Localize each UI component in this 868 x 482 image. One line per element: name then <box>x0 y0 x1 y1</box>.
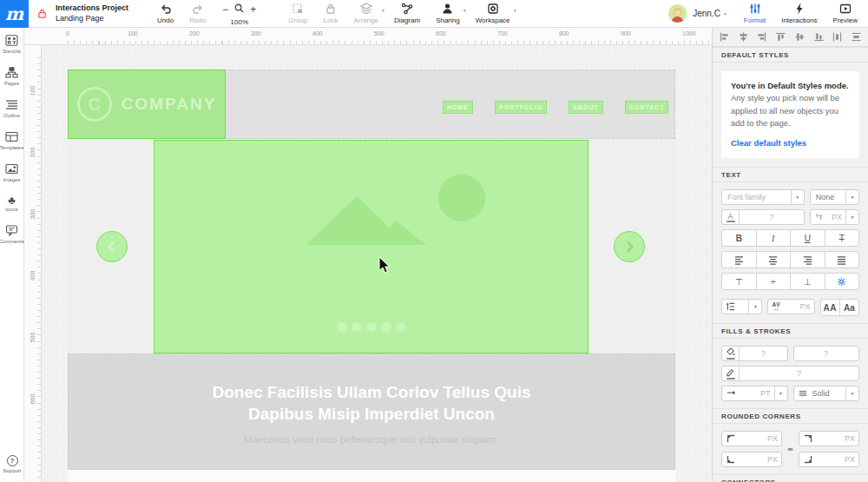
section-fills-strokes: FILLS & STROKES <box>713 323 868 339</box>
carousel-dot[interactable] <box>352 322 361 332</box>
carousel-prev-button[interactable] <box>96 231 128 262</box>
design-canvas[interactable]: C COMPANY HOMEPORTFOLIOABOUTCONTACT Done… <box>42 45 712 482</box>
fill-opacity-input[interactable]: ? <box>793 346 860 361</box>
letter-spacing-input[interactable]: AV ↔ PX <box>767 299 814 314</box>
corner-top-left-input[interactable]: PX <box>721 431 782 446</box>
group-button[interactable]: Group <box>280 3 315 24</box>
corner-top-right-input[interactable]: PX <box>799 431 859 446</box>
align-left-icon[interactable] <box>720 32 729 42</box>
ruler-label: 100 <box>24 88 41 149</box>
interactions-button[interactable]: Interactions <box>773 3 825 24</box>
alignment-toolbar <box>713 28 868 47</box>
format-button[interactable]: Format <box>736 3 773 24</box>
font-size-input[interactable]: ᵀT PX ▼ <box>810 209 859 225</box>
ruler-label: 0 <box>66 28 128 36</box>
section-default-styles: DEFAULT STYLES <box>713 47 868 63</box>
carousel-dot[interactable] <box>381 322 391 332</box>
page-title: Landing Page <box>56 14 149 23</box>
corner-top-left-icon <box>722 432 740 446</box>
italic-button[interactable]: I <box>756 229 792 247</box>
zoom-out-button[interactable]: − <box>222 5 228 14</box>
sidebar-item-templates[interactable]: Templates <box>0 124 23 156</box>
sidebar-item-icons[interactable]: ♣ Icons <box>0 188 23 218</box>
section-rounded-corners: ROUNDED CORNERS <box>713 408 868 424</box>
justify-text-button[interactable] <box>825 251 860 268</box>
capitalize-button[interactable]: Aa <box>839 299 859 316</box>
link-corners-icon[interactable]: ∞ <box>785 445 796 453</box>
nav-item[interactable]: CONTACT <box>625 101 669 114</box>
line-style-icon <box>794 386 812 400</box>
redo-button[interactable]: Redo <box>181 3 214 24</box>
align-center-horizontal-icon[interactable] <box>739 32 748 42</box>
text-settings-button[interactable] <box>825 273 860 290</box>
sidebar-item-comments[interactable]: Comments <box>0 218 23 250</box>
vertical-align-top-button[interactable]: ⊤ <box>721 273 757 290</box>
sidebar-item-pages[interactable]: Pages <box>0 60 23 92</box>
sidebar-item-outline[interactable]: Outline <box>0 92 23 124</box>
wireframe-logo-block[interactable]: C COMPANY <box>68 69 226 139</box>
chevron-down-icon: ▼ <box>381 8 385 13</box>
font-family-select[interactable]: Font family ▼ <box>721 189 805 205</box>
carousel-dot[interactable] <box>396 322 405 332</box>
zoom-in-button[interactable]: + <box>250 5 256 14</box>
sidebar-item-stencils[interactable]: Stencils <box>0 28 23 60</box>
line-height-select[interactable]: ▼ <box>721 299 762 314</box>
align-text-center-button[interactable] <box>756 251 792 268</box>
zoom-level[interactable]: 100% <box>231 18 248 26</box>
diagram-button[interactable]: Diagram <box>386 3 428 24</box>
nav-item[interactable]: ABOUT <box>569 101 603 114</box>
bold-button[interactable]: B <box>721 229 757 247</box>
stroke-width-input[interactable]: PT ▼ <box>721 386 788 401</box>
user-avatar[interactable] <box>668 4 687 23</box>
project-lock-icon[interactable] <box>36 8 48 19</box>
nav-item[interactable]: HOME <box>443 101 473 114</box>
align-bottom-icon[interactable] <box>814 32 824 42</box>
stroke-color-input[interactable]: ? <box>721 366 859 381</box>
fill-color-input[interactable]: ? <box>721 346 788 361</box>
zoom-control: − + 100% <box>214 2 265 26</box>
sharing-button[interactable]: ▼ Sharing <box>428 3 468 24</box>
align-text-left-button[interactable] <box>721 251 757 268</box>
wireframe-text-block[interactable]: Donec Facilisis Ullam Coriov Tellus Quis… <box>68 353 675 470</box>
carousel-dot[interactable] <box>366 322 376 332</box>
sidebar-item-images[interactable]: Images <box>0 156 23 188</box>
clear-default-styles-link[interactable]: Clear default styles <box>731 137 806 149</box>
stroke-style-select[interactable]: Solid ▼ <box>793 386 860 401</box>
text-style-select[interactable]: None ▼ <box>810 189 859 205</box>
wireframe-page-bottom <box>68 470 675 482</box>
arrange-button[interactable]: ▼ Arrange <box>345 3 385 24</box>
carousel-dot[interactable] <box>337 322 346 332</box>
align-top-icon[interactable] <box>776 32 786 42</box>
images-icon <box>5 163 18 175</box>
align-middle-vertical-icon[interactable] <box>795 32 805 42</box>
nav-item[interactable]: PORTFOLIO <box>495 101 547 114</box>
comments-icon <box>5 225 18 237</box>
align-text-right-button[interactable] <box>790 251 825 268</box>
align-right-icon[interactable] <box>757 32 766 42</box>
section-connectors: CONNECTORS <box>713 474 868 482</box>
font-color-input[interactable]: A ? <box>721 209 805 225</box>
carousel-next-button[interactable] <box>614 231 645 262</box>
stroke-width-icon <box>722 386 740 400</box>
wireframe-image-carousel[interactable] <box>154 140 589 353</box>
preview-button[interactable]: Preview <box>825 3 868 24</box>
sidebar-item-support[interactable]: ? Support <box>0 448 24 479</box>
left-sidebar: Stencils Pages Outline Templates Images … <box>0 28 24 482</box>
user-name[interactable]: Jenn.C <box>693 9 720 18</box>
vertical-align-middle-button[interactable]: ÷ <box>756 273 792 290</box>
ruler-label: 900 <box>621 28 682 36</box>
distribute-horizontal-icon[interactable] <box>832 32 842 42</box>
undo-button[interactable]: Undo <box>149 3 181 24</box>
default-styles-title: You're in Default Styles mode. <box>731 81 849 90</box>
underline-button[interactable]: U <box>790 229 825 247</box>
lock-button[interactable]: Lock <box>316 3 346 24</box>
vertical-align-bottom-button[interactable]: ⊥ <box>790 273 825 290</box>
uppercase-button[interactable]: AA <box>820 299 840 316</box>
corner-bottom-left-input[interactable]: PX <box>721 452 782 467</box>
app-logo[interactable]: m <box>0 0 29 28</box>
workspace-button[interactable]: ▼ Workspace <box>468 3 518 24</box>
corner-bottom-right-input[interactable]: PX <box>799 452 859 467</box>
strikethrough-button[interactable]: T <box>825 229 860 247</box>
ruler-label: 200 <box>189 28 251 36</box>
distribute-vertical-icon[interactable] <box>852 32 861 42</box>
